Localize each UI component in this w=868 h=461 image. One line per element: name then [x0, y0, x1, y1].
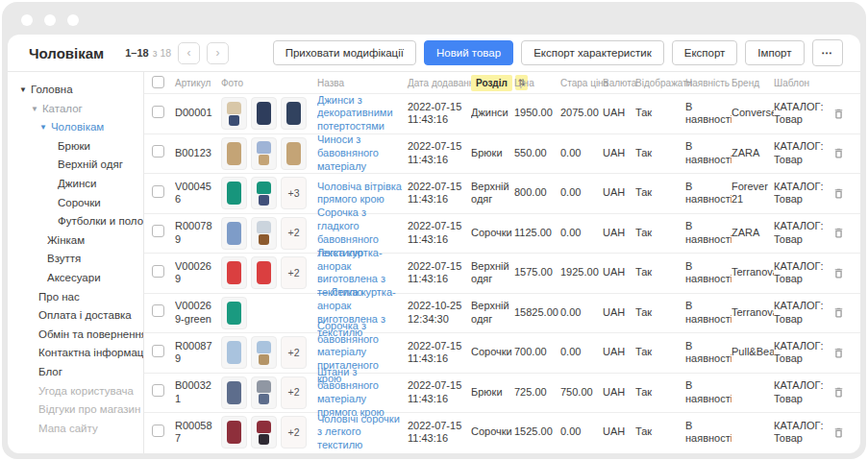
header-category[interactable]: Розділ ⇅ — [471, 75, 514, 91]
sidebar-item[interactable]: Джинси — [8, 175, 143, 194]
delete-icon[interactable] — [832, 147, 845, 159]
hide-modifications-button[interactable]: Приховати модифікації — [273, 40, 416, 65]
delete-icon[interactable] — [832, 187, 845, 200]
product-photo[interactable] — [251, 256, 277, 289]
more-photos-badge[interactable]: +2 — [281, 376, 307, 409]
close-window-icon[interactable] — [21, 14, 33, 26]
product-name-link[interactable]: Чиноси з бавовняного матеріалу — [317, 133, 403, 173]
header-price[interactable]: Ціна — [514, 78, 560, 88]
product-photo[interactable] — [251, 217, 277, 250]
row-template: КАТАЛОГ: Товар — [774, 101, 824, 128]
header-name[interactable]: Назва — [317, 78, 408, 88]
header-availability[interactable]: Наявність — [685, 78, 732, 88]
product-photo[interactable] — [221, 97, 247, 130]
row-currency: UAH — [603, 186, 635, 200]
sidebar-item[interactable]: Жінкам — [8, 231, 143, 251]
delete-icon[interactable] — [832, 426, 845, 439]
sidebar-item[interactable]: Брюки — [8, 137, 143, 157]
more-photos-badge[interactable]: +2 — [281, 217, 307, 250]
sidebar-item[interactable]: Контактна інформація — [8, 344, 143, 363]
product-name-link[interactable]: Чоловіча вітрівка прямого крою — [317, 181, 403, 207]
product-photo[interactable] — [221, 256, 247, 289]
more-photos-badge[interactable]: +2 — [281, 256, 307, 289]
select-all-checkbox[interactable] — [152, 76, 164, 88]
new-product-button[interactable]: Новий товар — [424, 40, 513, 65]
product-photo[interactable] — [221, 336, 247, 369]
product-photo[interactable] — [221, 137, 247, 170]
product-photo[interactable] — [221, 416, 247, 449]
more-actions-button[interactable]: ⋯ — [812, 39, 844, 66]
row-checkbox[interactable] — [152, 145, 164, 158]
product-photo[interactable] — [281, 137, 307, 170]
sidebar-item[interactable]: ▼ Каталог — [8, 100, 143, 119]
minimize-window-icon[interactable] — [44, 14, 56, 26]
chevron-down-icon: ▼ — [19, 81, 27, 100]
header-currency[interactable]: Валюта — [603, 78, 635, 88]
product-photo[interactable] — [221, 177, 247, 209]
sidebar-item-label: Сорочки — [58, 194, 101, 213]
header-sku[interactable]: Артикул — [175, 78, 221, 88]
pagination-prev-button[interactable]: ‹ — [178, 42, 200, 64]
row-date: 2022-07-15 11:43:16 — [408, 340, 471, 367]
pagination-range: 1–18 — [125, 47, 148, 59]
more-photos-badge[interactable]: +2 — [281, 416, 307, 449]
import-button[interactable]: Імпорт — [745, 40, 804, 65]
sidebar-item[interactable]: Футболки и поло — [8, 212, 143, 231]
product-photo[interactable] — [251, 416, 277, 449]
header-template[interactable]: Шаблон — [774, 78, 824, 88]
product-photo[interactable] — [251, 177, 277, 209]
row-checkbox[interactable] — [152, 304, 164, 317]
header-date[interactable]: Дата додавання — [408, 78, 471, 88]
sidebar-item[interactable]: Взуття — [8, 250, 143, 269]
row-checkbox[interactable] — [152, 106, 164, 118]
more-photos-badge[interactable]: +2 — [281, 336, 307, 369]
sidebar-item[interactable]: ▼ Чоловікам — [8, 118, 143, 137]
more-photos-badge[interactable]: +3 — [281, 177, 307, 209]
sidebar-item[interactable]: Обмін та повернення — [8, 326, 143, 345]
window-controls[interactable] — [21, 14, 79, 26]
product-photo[interactable] — [251, 376, 277, 409]
row-checkbox[interactable] — [152, 384, 164, 397]
product-photo[interactable] — [251, 137, 277, 170]
product-photo[interactable] — [281, 97, 307, 130]
export-button[interactable]: Експорт — [672, 40, 738, 65]
sidebar-item[interactable]: ▼ Головна — [8, 81, 143, 100]
sidebar-item[interactable]: Про нас — [8, 288, 143, 307]
sidebar-item[interactable]: Аксесуари — [8, 269, 143, 288]
sidebar-item[interactable]: Верхній одяг — [8, 156, 143, 175]
product-photo[interactable] — [221, 297, 247, 329]
header-brand[interactable]: Бренд — [732, 78, 774, 88]
product-name-link[interactable]: Штани з бавовняного матеріалу прямого кр… — [317, 366, 403, 419]
row-photos: +2 — [221, 217, 317, 250]
sidebar-item[interactable]: Мапа сайту — [8, 420, 143, 439]
delete-icon[interactable] — [832, 306, 845, 319]
export-characteristics-button[interactable]: Експорт характеристик — [521, 40, 664, 65]
header-old-price[interactable]: Стара ціна — [560, 78, 603, 88]
delete-icon[interactable] — [832, 108, 845, 120]
row-checkbox[interactable] — [152, 265, 164, 278]
delete-icon[interactable] — [832, 347, 845, 359]
product-photo[interactable] — [251, 97, 277, 130]
sidebar-item[interactable]: Блог — [8, 363, 143, 382]
pagination-next-button[interactable]: › — [207, 42, 229, 64]
sidebar-item[interactable]: Відгуки про магазин — [8, 400, 143, 420]
row-checkbox[interactable] — [152, 225, 164, 237]
sidebar-item[interactable]: Угода користувача — [8, 382, 143, 401]
sidebar-item[interactable]: Оплата і доставка — [8, 306, 143, 326]
row-checkbox[interactable] — [152, 185, 164, 198]
product-name-link[interactable]: Чоловічі сорочки з легкого текстилю — [317, 413, 403, 452]
maximize-window-icon[interactable] — [67, 14, 79, 26]
delete-icon[interactable] — [832, 267, 845, 279]
delete-icon[interactable] — [832, 227, 845, 239]
product-name-link[interactable]: Джинси з декоративними потертостями — [317, 94, 403, 133]
row-checkbox[interactable] — [152, 345, 164, 357]
delete-icon[interactable] — [832, 386, 845, 399]
sidebar-item[interactable]: Сорочки — [8, 194, 143, 213]
header-category-label[interactable]: Розділ — [471, 75, 512, 91]
product-photo[interactable] — [251, 336, 277, 369]
product-photo[interactable] — [221, 376, 247, 409]
row-checkbox[interactable] — [152, 425, 164, 437]
product-photo[interactable] — [221, 217, 247, 250]
header-photo[interactable]: Фото — [221, 78, 317, 88]
header-display[interactable]: Відображати — [635, 78, 685, 88]
